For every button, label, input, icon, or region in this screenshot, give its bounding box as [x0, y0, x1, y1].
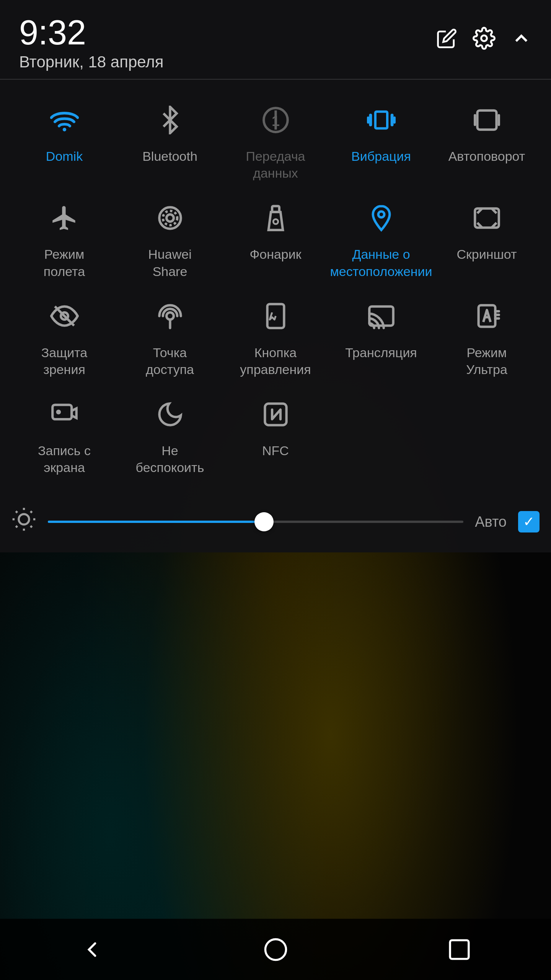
back-button[interactable] — [69, 926, 115, 972]
nfc-label: NFC — [262, 442, 289, 459]
brightness-fill — [48, 521, 264, 523]
divider — [0, 79, 551, 80]
svg-point-17 — [273, 219, 278, 224]
flashlight-label: Фонарик — [249, 246, 301, 263]
brightness-icon — [11, 507, 36, 537]
dnd-icon-wrap — [149, 393, 191, 435]
qs-ultra-mode[interactable]: Режим Ультра — [448, 295, 525, 378]
qs-cast[interactable]: Трансляция — [343, 295, 419, 378]
svg-point-47 — [265, 939, 286, 960]
qs-airplane[interactable]: Режим полета — [26, 197, 103, 279]
bluetooth-icon-wrap — [149, 99, 191, 141]
home-button[interactable] — [253, 926, 298, 972]
status-icons — [436, 15, 532, 50]
huawei-share-icon — [156, 204, 184, 232]
qs-hotspot[interactable]: Точка доступа — [132, 295, 208, 378]
qs-empty-2 — [448, 393, 525, 476]
wifi-icon — [50, 106, 79, 134]
svg-point-38 — [19, 514, 29, 524]
svg-point-18 — [378, 211, 384, 217]
dnd-label: Не беспокоить — [132, 442, 208, 476]
qs-row-4: Запись с экрана Не беспокоить — [11, 393, 540, 476]
hotspot-label: Точка доступа — [132, 344, 208, 378]
wifi-icon-wrap — [43, 99, 85, 141]
autorotate-label: Автоповорот — [448, 148, 525, 165]
qs-empty-1 — [343, 393, 419, 476]
huawei-share-label: Huawei Share — [132, 246, 208, 279]
svg-line-41 — [16, 511, 17, 513]
ultra-icon — [473, 302, 501, 330]
auto-brightness-checkbox[interactable]: ✓ — [518, 511, 540, 532]
eye-icon — [50, 302, 79, 330]
screenshot-label: Скриншот — [456, 246, 517, 263]
qs-huawei-share[interactable]: Huawei Share — [132, 197, 208, 279]
qs-dnd[interactable]: Не беспокоить — [132, 393, 208, 476]
clock: 9:32 — [19, 15, 164, 50]
svg-point-15 — [163, 211, 177, 225]
flashlight-icon-wrap — [254, 197, 297, 239]
brightness-slider[interactable] — [48, 510, 463, 533]
assist-icon — [261, 302, 290, 330]
vibration-icon-wrap — [360, 99, 402, 141]
vibration-label: Вибрация — [351, 148, 411, 165]
collapse-button[interactable] — [511, 28, 532, 49]
autorotate-icon — [473, 106, 501, 134]
qs-bluetooth[interactable]: Bluetooth — [132, 99, 208, 181]
location-label: Данные о местоположении — [330, 246, 432, 279]
cast-icon — [367, 302, 396, 330]
svg-point-0 — [481, 36, 487, 41]
nfc-icon — [261, 400, 290, 429]
cast-label: Трансляция — [345, 344, 417, 361]
qs-autorotate[interactable]: Автоповорот — [448, 99, 525, 181]
edit-button[interactable] — [436, 28, 457, 49]
assist-icon-wrap — [254, 295, 297, 337]
bluetooth-label: Bluetooth — [142, 148, 197, 165]
auto-label: Авто — [475, 514, 507, 530]
data-icon-wrap: 1 — [254, 99, 297, 141]
location-icon — [367, 204, 396, 232]
svg-line-46 — [31, 511, 32, 513]
qs-screen-record[interactable]: Запись с экрана — [26, 393, 103, 476]
svg-rect-10 — [477, 110, 496, 129]
huawei-share-icon-wrap — [149, 197, 191, 239]
qs-wifi[interactable]: Domik — [26, 99, 103, 181]
brightness-track — [48, 521, 463, 523]
flashlight-icon — [261, 204, 290, 232]
qs-location[interactable]: Данные о местоположении — [343, 197, 419, 279]
brightness-thumb — [254, 512, 274, 531]
airplane-icon — [50, 204, 79, 232]
qs-screenshot[interactable]: Скриншот — [448, 197, 525, 279]
qs-row-3: Защита зрения Точка доступа — [11, 295, 540, 378]
qs-row-2: Режим полета Huawei Share — [11, 197, 540, 279]
qs-flashlight[interactable]: Фонарик — [237, 197, 314, 279]
svg-line-45 — [16, 526, 17, 527]
notification-panel: 9:32 Вторник, 18 апреля — [0, 0, 551, 552]
svg-rect-5 — [375, 111, 387, 128]
recent-button[interactable] — [436, 926, 482, 972]
checkmark-icon: ✓ — [523, 514, 535, 530]
status-bar: 9:32 Вторник, 18 апреля — [0, 0, 551, 79]
eye-icon-wrap — [43, 295, 85, 337]
assist-label: Кнопка управления — [237, 344, 314, 378]
quick-settings: Domik Bluetooth 1 — [0, 91, 551, 503]
screen-record-icon-wrap — [43, 393, 85, 435]
screen-record-label: Запись с экрана — [26, 442, 103, 476]
qs-vibration[interactable]: Вибрация — [343, 99, 419, 181]
svg-line-42 — [31, 526, 32, 527]
qs-eye-protection[interactable]: Защита зрения — [26, 295, 103, 378]
qs-row-1: Domik Bluetooth 1 — [11, 99, 540, 181]
cast-icon-wrap — [360, 295, 402, 337]
data-label: Передача данных — [237, 148, 314, 181]
nfc-icon-wrap — [254, 393, 297, 435]
ultra-mode-label: Режим Ультра — [448, 344, 525, 378]
screenshot-icon-wrap — [466, 197, 508, 239]
autorotate-icon-wrap — [466, 99, 508, 141]
screen: 9:32 Вторник, 18 апреля — [0, 0, 551, 980]
qs-assist[interactable]: Кнопка управления — [237, 295, 314, 378]
qs-nfc[interactable]: NFC — [237, 393, 314, 476]
ultra-icon-wrap — [466, 295, 508, 337]
eye-protection-label: Защита зрения — [26, 344, 103, 378]
qs-data[interactable]: 1 Передача данных — [237, 99, 314, 181]
settings-button[interactable] — [473, 27, 496, 50]
bluetooth-icon — [156, 106, 184, 134]
